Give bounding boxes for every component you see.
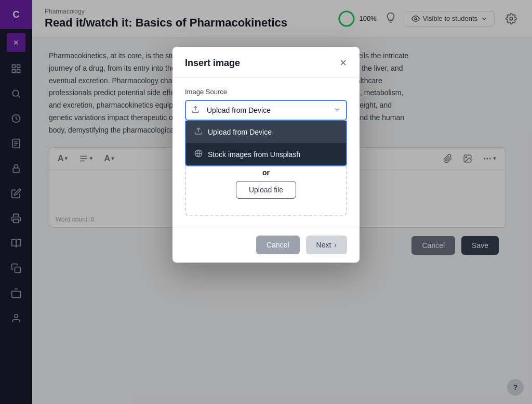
insert-image-modal: Insert image ✕ Image Source Upload from …: [172, 47, 360, 263]
modal-title: Insert image: [185, 58, 240, 69]
source-dropdown: Upload from Device Stock images from Uns…: [185, 121, 347, 166]
image-source-select-wrapper: Upload from Device Upload from Device: [185, 100, 347, 121]
dropdown-item-unsplash[interactable]: Stock images from Unsplash: [186, 143, 346, 165]
upload-or-text: or: [198, 168, 334, 177]
modal-close-button[interactable]: ✕: [339, 57, 347, 69]
close-icon: ✕: [339, 57, 347, 69]
modal-overlay: Insert image ✕ Image Source Upload from …: [0, 0, 532, 404]
modal-body: Image Source Upload from Device: [172, 77, 360, 227]
chevron-right-icon: ›: [334, 241, 337, 249]
upload-file-button[interactable]: Upload file: [236, 181, 296, 199]
select-arrow-icon: [334, 106, 341, 115]
upload-icon: [191, 106, 200, 115]
select-container: Upload from Device Upload from Device: [185, 100, 347, 121]
modal-next-button[interactable]: Next ›: [306, 236, 347, 254]
dropdown-item-upload[interactable]: Upload from Device: [186, 121, 346, 143]
select-value: Upload from Device: [207, 106, 271, 114]
upload-device-label: Upload from Device: [208, 128, 272, 136]
image-source-label: Image Source: [185, 88, 347, 96]
modal-cancel-button[interactable]: Cancel: [256, 236, 300, 254]
unsplash-icon: [194, 149, 203, 159]
upload-device-icon: [194, 127, 203, 137]
image-source-select[interactable]: Upload from Device: [185, 100, 347, 121]
next-label: Next: [316, 241, 331, 249]
modal-footer: Cancel Next ›: [172, 227, 360, 263]
modal-header: Insert image ✕: [172, 47, 360, 77]
unsplash-label: Stock images from Unsplash: [208, 150, 300, 159]
